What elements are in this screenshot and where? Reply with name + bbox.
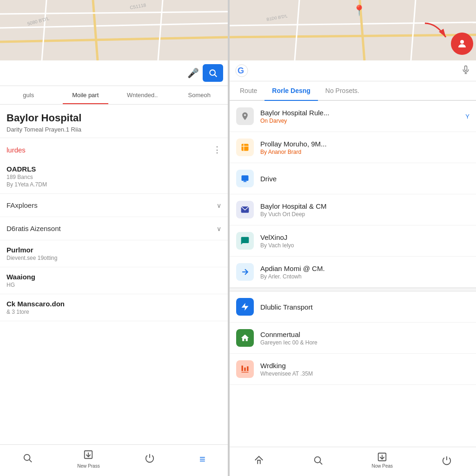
search-input-left[interactable]: M 1aoripal <box>5 68 184 78</box>
result-text-s2-2: Connmertual Gareyen Iec 00 & Hore <box>260 331 469 346</box>
more-options-icon[interactable]: ⋮ <box>213 145 221 155</box>
nav-now-peas[interactable]: Now Peas <box>371 452 393 469</box>
svg-point-9 <box>210 70 215 75</box>
nav-label-new-prass: New Prass <box>77 463 99 469</box>
tab-no-prosets[interactable]: No Prosets. <box>318 81 367 100</box>
svg-rect-26 <box>465 66 467 70</box>
expandable-faxploers[interactable]: FAxploers ∨ <box>0 194 228 217</box>
result-icon-s2-2 <box>236 329 254 347</box>
bottom-nav-right: Now Peas <box>230 447 476 476</box>
result-public-transport[interactable]: Dlublic Transport <box>230 291 476 323</box>
result-icon-3 <box>236 170 254 187</box>
tabs-right: Route Rorle Desng No Prosets. <box>230 81 476 101</box>
tab-route[interactable]: Route <box>232 81 264 100</box>
list-item-purlmor[interactable]: Purlmor Dievent.see 19otting <box>0 240 228 267</box>
menu-icon-left: ≡ <box>199 453 205 465</box>
list-item-waaiong[interactable]: Waaiong HG <box>0 267 228 294</box>
hospital-header: Baylor Hospital Darity Tomeal Prayen.1 R… <box>0 105 228 138</box>
search-button-left[interactable] <box>203 64 223 82</box>
search-icon-right <box>313 455 323 465</box>
mic-icon-left[interactable]: 🎤 <box>187 67 199 79</box>
svg-rect-32 <box>242 175 249 181</box>
tabs-left: guls Moile part Wntended.. Someoh <box>0 86 228 105</box>
result-title-s2-2: Connmertual <box>260 331 469 338</box>
item-title-manscaro: Ck Manscaro.don <box>7 300 221 308</box>
result-sub-2: By Ananor Brard <box>260 149 469 155</box>
item-title: OADRLS <box>7 165 221 173</box>
nav-home-right[interactable] <box>254 455 264 465</box>
result-title-4: Baylor Hospital & CM <box>260 202 469 210</box>
result-title-3: Drive <box>260 175 469 183</box>
item-sub-manscaro: & 3 1tore <box>7 309 221 315</box>
nav-search-left[interactable] <box>22 453 33 465</box>
result-prollay[interactable]: Prollay Moruho, 9M... By Ananor Brard <box>230 132 476 163</box>
svg-point-22 <box>460 40 464 44</box>
download-icon-left <box>83 450 93 462</box>
result-text-4: Baylor Hospital & CM By Vuch Ort Deep <box>260 202 469 218</box>
result-apdian[interactable]: Apdian Momi @ CM. By Arler. Cntowh <box>230 257 476 288</box>
tab-someoh[interactable]: Someoh <box>171 86 228 104</box>
search-bar-right: G Apple Maps <box>230 60 476 81</box>
section-header-left: lurdes ⋮ <box>0 138 228 159</box>
expandable-d6ratis[interactable]: D6ratis Aizensont ∨ <box>0 217 228 240</box>
tab-rorle-desng[interactable]: Rorle Desng <box>264 81 317 100</box>
result-text-6: Apdian Momi @ CM. By Arler. Cntowh <box>260 264 469 280</box>
result-drive[interactable]: Drive <box>230 163 476 194</box>
item-sub1: 189 Bancs <box>7 174 221 180</box>
svg-line-43 <box>320 462 322 464</box>
hospital-name: Baylor Hospital <box>7 112 221 124</box>
hospital-subtitle: Darity Tomeal Prayen.1 Riia <box>7 126 221 133</box>
result-icon-s2-1 <box>236 298 254 316</box>
item-sub-waaiong: HG <box>7 282 221 288</box>
red-profile-button[interactable] <box>451 33 473 55</box>
home-icon <box>254 455 264 465</box>
results-list-right: Baylor Hospital Rule... On Darvey Y Prol… <box>230 101 476 447</box>
tab-wntended[interactable]: Wntended.. <box>114 86 171 104</box>
result-connmertual[interactable]: Connmertual Gareyen Iec 00 & Hore <box>230 323 476 354</box>
result-text-s2-3: Wrdking Whevenisee AT .35M <box>260 362 469 377</box>
item-title-purlmor: Purlmor <box>7 246 221 254</box>
result-icon-1 <box>236 107 254 125</box>
section-divider <box>230 288 476 291</box>
google-logo: G <box>235 64 248 77</box>
list-section-left: lurdes ⋮ OADRLS 189 Bancs By 1Yeta A.7DM… <box>0 138 228 444</box>
list-item-oadrls[interactable]: OADRLS 189 Bancs By 1Yeta A.7DM <box>0 159 228 194</box>
list-item-manscaro[interactable]: Ck Manscaro.don & 3 1tore <box>0 294 228 321</box>
result-title-s2-1: Dlublic Transport <box>260 303 469 311</box>
result-title-1: Baylor Hospital Rule... <box>260 109 459 117</box>
svg-rect-40 <box>247 366 248 371</box>
svg-rect-29 <box>242 144 249 151</box>
result-text-1: Baylor Hospital Rule... On Darvey <box>260 109 459 124</box>
result-wrdking[interactable]: Wrdking Whevenisee AT .35M <box>230 354 476 385</box>
result-action-1[interactable]: Y <box>465 113 469 120</box>
chevron-down-icon: ∨ <box>217 202 221 209</box>
result-baylor-cm[interactable]: Baylor Hospital & CM By Vuch Ort Deep <box>230 194 476 225</box>
nav-power-left[interactable] <box>145 453 155 465</box>
left-panel: 5080 B'D'L C51118 M 1aoripal 🎤 guls Moil… <box>0 0 228 476</box>
result-icon-5 <box>236 232 254 250</box>
nav-power-right[interactable] <box>442 455 452 465</box>
result-icon-2 <box>236 139 254 156</box>
download-icon-right <box>377 452 387 462</box>
section-title-left: lurdes <box>7 146 26 154</box>
tab-guls[interactable]: guls <box>0 86 57 104</box>
result-title-s2-3: Wrdking <box>260 362 469 370</box>
nav-search-right[interactable] <box>313 455 323 465</box>
result-baylor-hospital-rule[interactable]: Baylor Hospital Rule... On Darvey Y <box>230 101 476 132</box>
result-text-3: Drive <box>260 175 469 183</box>
result-icon-4 <box>236 201 254 218</box>
map-background-left: 5080 B'D'L C51118 <box>0 0 228 60</box>
result-velxinoj[interactable]: VelXinoJ By Vach Ielyo <box>230 225 476 257</box>
result-title-2: Prollay Moruho, 9M... <box>260 140 469 148</box>
nav-menu-left[interactable]: ≡ <box>199 453 205 465</box>
tab-moile-part[interactable]: Moile part <box>57 86 114 104</box>
result-sub-s2-2: Gareyen Iec 00 & Hore <box>260 339 469 346</box>
result-icon-6 <box>236 263 254 281</box>
search-input-right[interactable]: Apple Maps <box>253 66 456 75</box>
svg-line-10 <box>215 75 217 77</box>
power-icon-left <box>145 453 155 465</box>
svg-line-12 <box>29 460 32 462</box>
nav-new-prass[interactable]: New Prass <box>77 450 99 469</box>
mic-icon-right[interactable] <box>461 65 470 77</box>
result-sub-s2-3: Whevenisee AT .35M <box>260 370 469 377</box>
